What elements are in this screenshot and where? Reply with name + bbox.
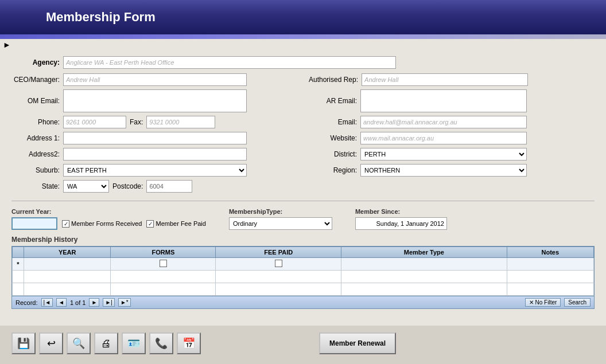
search-btn[interactable]: Search xyxy=(564,298,591,307)
row-indicator: * xyxy=(13,258,24,271)
phone-button[interactable]: 📞 xyxy=(149,332,173,354)
no-filter-icon: ✕ xyxy=(529,299,534,306)
fax-label: Fax: xyxy=(130,118,143,126)
phone-input[interactable] xyxy=(63,116,126,128)
save-button[interactable]: 💾 xyxy=(11,332,36,354)
empty-indicator2 xyxy=(13,283,24,296)
empty-year xyxy=(24,271,111,283)
search-icon: 🔍 xyxy=(72,337,85,350)
district-select[interactable]: PERTH xyxy=(360,148,527,161)
region-select[interactable]: NORTHERN xyxy=(360,164,527,177)
member-since-label: Member Since: xyxy=(355,208,447,215)
state-select[interactable]: WA xyxy=(63,180,109,193)
row-notes[interactable] xyxy=(507,258,593,271)
address1-row: Address 1: xyxy=(11,132,297,144)
nav-first-btn[interactable]: |◄ xyxy=(41,298,53,307)
state-label: State: xyxy=(11,182,63,190)
current-year-block: Current Year: Member Forms Received Memb… xyxy=(11,208,206,230)
om-email-label: OM Email: xyxy=(11,97,63,105)
search-toolbar-button[interactable]: 🔍 xyxy=(67,332,91,354)
history-table-header-row: YEAR FORMS FEE PAID Member Type Notes xyxy=(13,247,594,258)
row-fee-paid[interactable] xyxy=(216,258,341,271)
current-year-input[interactable] xyxy=(11,217,57,230)
member-since-block: Member Since: xyxy=(355,208,447,230)
member-renewal-button[interactable]: Member Renewal xyxy=(319,332,396,354)
member-fee-paid-checkbox[interactable] xyxy=(146,220,154,228)
membership-history-section: Membership History YEAR FORMS FEE PAID M… xyxy=(11,236,595,309)
suburb-select[interactable]: EAST PERTH xyxy=(63,164,247,177)
history-table: YEAR FORMS FEE PAID Member Type Notes * xyxy=(12,246,594,296)
empty-notes xyxy=(507,271,593,283)
empty-indicator xyxy=(13,271,24,283)
card-icon: 🪪 xyxy=(127,337,140,350)
member-forms-received-item[interactable]: Member Forms Received xyxy=(62,220,142,228)
address1-input[interactable] xyxy=(63,132,247,144)
two-col-section: CEO/Manager: OM Email: Phone: Fax: Addre… xyxy=(11,73,595,196)
no-filter-label: No Filter xyxy=(535,299,557,306)
empty-forms xyxy=(111,271,216,283)
card-button[interactable]: 🪪 xyxy=(122,332,146,354)
table-row-empty2 xyxy=(13,283,594,296)
empty-notes2 xyxy=(507,283,593,296)
membership-type-select[interactable]: Ordinary xyxy=(229,217,332,230)
om-email-input[interactable] xyxy=(63,89,247,112)
row-member-type[interactable] xyxy=(341,258,507,271)
header: Membership Form xyxy=(0,0,606,34)
om-email-row: OM Email: xyxy=(11,89,297,112)
row-forms[interactable] xyxy=(111,258,216,271)
postcode-input[interactable] xyxy=(146,180,192,193)
fee-paid-checkbox[interactable] xyxy=(275,260,282,267)
ar-email-input[interactable] xyxy=(360,89,527,112)
undo-button[interactable]: ↩ xyxy=(39,332,63,354)
save-icon: 💾 xyxy=(17,337,30,350)
nav-last-btn[interactable]: ►| xyxy=(103,298,115,307)
website-input[interactable] xyxy=(360,132,527,144)
member-forms-received-checkbox[interactable] xyxy=(62,220,69,228)
suburb-label: Suburb: xyxy=(11,166,63,174)
calendar-icon: 📅 xyxy=(182,337,195,350)
nav-extra-btn[interactable]: ►* xyxy=(118,298,131,307)
region-row: Region: NORTHERN xyxy=(309,164,595,177)
forms-checkbox[interactable] xyxy=(160,260,167,267)
accent-bar xyxy=(0,34,606,39)
history-table-container: YEAR FORMS FEE PAID Member Type Notes * xyxy=(11,246,595,309)
auth-rep-input[interactable] xyxy=(362,73,528,86)
ceo-input[interactable] xyxy=(63,73,247,86)
row-year[interactable] xyxy=(24,258,111,271)
nav-prev-btn[interactable]: ◄ xyxy=(56,298,67,307)
no-filter-btn[interactable]: ✕ No Filter xyxy=(525,298,561,307)
address2-label: Address2: xyxy=(11,150,63,158)
website-label: Website: xyxy=(309,134,360,142)
membership-section: Current Year: Member Forms Received Memb… xyxy=(11,206,595,232)
col-indicator xyxy=(13,247,24,258)
agency-input[interactable] xyxy=(63,56,396,69)
agency-label: Agency: xyxy=(11,58,63,66)
nav-arrow-icon[interactable]: ► xyxy=(3,40,11,49)
email-input[interactable] xyxy=(360,116,527,128)
col-year: YEAR xyxy=(24,247,111,258)
print-button[interactable]: 🖨 xyxy=(94,332,118,354)
member-forms-received-label: Member Forms Received xyxy=(71,220,142,227)
address2-input[interactable] xyxy=(63,148,247,161)
agency-row: Agency: xyxy=(11,56,595,69)
address2-row: Address2: xyxy=(11,148,297,161)
col-member-type: Member Type xyxy=(341,247,507,258)
record-label: Record: xyxy=(15,299,38,306)
table-row-empty1 xyxy=(13,271,594,283)
member-since-input[interactable] xyxy=(355,217,447,230)
print-icon: 🖨 xyxy=(101,338,111,350)
email-label: Email: xyxy=(309,118,360,126)
empty-type xyxy=(341,271,507,283)
history-title: Membership History xyxy=(11,236,595,244)
col-forms: FORMS xyxy=(111,247,216,258)
main-content: Agency: CEO/Manager: OM Email: Phone: Fa… xyxy=(0,50,606,326)
phone-icon: 📞 xyxy=(155,337,168,350)
membership-type-label: MembershipType: xyxy=(229,208,332,215)
calendar-button[interactable]: 📅 xyxy=(177,332,201,354)
email-row: Email: xyxy=(309,116,595,128)
fax-input[interactable] xyxy=(146,116,215,128)
member-fee-paid-item[interactable]: Member Fee Paid xyxy=(146,220,205,228)
section-divider xyxy=(11,201,595,201)
nav-next-btn[interactable]: ► xyxy=(89,298,99,307)
phone-row: Phone: Fax: xyxy=(11,116,297,128)
